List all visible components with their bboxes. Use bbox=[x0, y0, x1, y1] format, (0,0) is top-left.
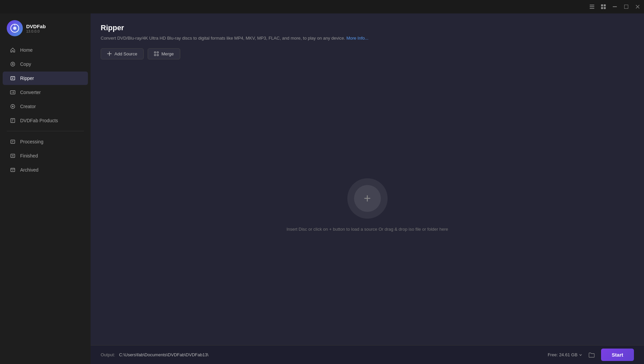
drop-zone[interactable]: + Insert Disc or click on + button to lo… bbox=[101, 65, 634, 346]
app-logo bbox=[7, 20, 23, 36]
description-text: Convert DVD/Blu-ray/4K Ultra HD Blu-ray … bbox=[101, 36, 345, 41]
logo-area: DVDFab 13.0.0.0 bbox=[0, 17, 91, 43]
close-button[interactable] bbox=[635, 4, 641, 10]
minimize-button[interactable] bbox=[612, 4, 618, 10]
dvdfab-icon bbox=[9, 117, 16, 124]
sidebar-label-archived: Archived bbox=[20, 167, 38, 173]
svg-rect-25 bbox=[157, 54, 158, 56]
toolbar: Add Source Merge bbox=[91, 48, 644, 65]
svg-rect-0 bbox=[590, 5, 594, 5]
processing-icon bbox=[9, 138, 16, 145]
grid-icon-btn[interactable] bbox=[600, 4, 606, 10]
app-version: 13.0.0.0 bbox=[26, 29, 46, 33]
more-info-link[interactable]: More Info... bbox=[346, 36, 368, 41]
svg-rect-23 bbox=[157, 52, 158, 53]
svg-rect-5 bbox=[601, 7, 603, 9]
page-title: Ripper bbox=[101, 24, 634, 32]
add-source-button[interactable]: Add Source bbox=[101, 48, 144, 59]
maximize-button[interactable] bbox=[623, 4, 629, 10]
svg-rect-8 bbox=[625, 5, 628, 9]
main-content: Ripper Convert DVD/Blu-ray/4K Ultra HD B… bbox=[91, 13, 644, 364]
sidebar-item-processing[interactable]: Processing bbox=[3, 135, 88, 148]
sidebar-item-creator[interactable]: Creator bbox=[3, 100, 88, 113]
output-path: C:\Users\fab\Documents\DVDFab\DVDFab13\ bbox=[119, 352, 544, 357]
footer-bar: Output: C:\Users\fab\Documents\DVDFab\DV… bbox=[91, 345, 644, 364]
app-body: DVDFab 13.0.0.0 Home Copy bbox=[0, 13, 644, 364]
sidebar-label-home: Home bbox=[20, 47, 33, 53]
copy-icon bbox=[9, 61, 16, 67]
sidebar-label-dvdfab: DVDFab Products bbox=[20, 118, 58, 123]
svg-rect-21 bbox=[11, 168, 15, 172]
sidebar-item-dvdfab-products[interactable]: DVDFab Products bbox=[3, 114, 88, 127]
folder-button[interactable] bbox=[586, 350, 597, 360]
archived-icon bbox=[9, 167, 16, 173]
svg-point-14 bbox=[12, 63, 13, 65]
start-button[interactable]: Start bbox=[601, 349, 634, 361]
svg-point-13 bbox=[11, 62, 15, 66]
svg-point-12 bbox=[13, 27, 16, 30]
ripper-icon bbox=[9, 75, 16, 82]
drop-hint: Insert Disc or click on + button to load… bbox=[287, 227, 448, 232]
svg-rect-24 bbox=[154, 54, 156, 56]
output-label: Output: bbox=[101, 352, 115, 357]
svg-rect-1 bbox=[590, 6, 594, 7]
add-circle-inner: + bbox=[354, 185, 381, 212]
svg-rect-22 bbox=[154, 52, 156, 53]
nav-divider bbox=[7, 131, 84, 131]
svg-rect-15 bbox=[11, 77, 15, 80]
sidebar-label-processing: Processing bbox=[20, 139, 43, 144]
svg-rect-7 bbox=[613, 6, 617, 7]
logo-text: DVDFab 13.0.0.0 bbox=[26, 24, 46, 33]
sidebar-item-converter[interactable]: Converter bbox=[3, 86, 88, 99]
app-name: DVDFab bbox=[26, 24, 46, 29]
svg-rect-6 bbox=[604, 7, 606, 9]
sidebar-item-archived[interactable]: Archived bbox=[3, 163, 88, 177]
sidebar: DVDFab 13.0.0.0 Home Copy bbox=[0, 13, 91, 364]
svg-rect-4 bbox=[604, 4, 606, 6]
finished-icon bbox=[9, 152, 16, 159]
add-source-label: Add Source bbox=[114, 51, 137, 56]
sidebar-label-finished: Finished bbox=[20, 153, 38, 158]
sidebar-label-copy: Copy bbox=[20, 61, 31, 67]
page-description: Convert DVD/Blu-ray/4K Ultra HD Blu-ray … bbox=[101, 35, 634, 42]
home-icon bbox=[9, 47, 16, 53]
titlebar bbox=[0, 0, 644, 13]
merge-button[interactable]: Merge bbox=[148, 48, 180, 59]
svg-rect-2 bbox=[590, 8, 594, 9]
free-space-text: Free: 24.61 GB bbox=[548, 352, 578, 357]
sidebar-label-converter: Converter bbox=[20, 90, 41, 95]
sidebar-item-home[interactable]: Home bbox=[3, 43, 88, 57]
content-header: Ripper Convert DVD/Blu-ray/4K Ultra HD B… bbox=[91, 13, 644, 48]
svg-rect-20 bbox=[11, 154, 15, 157]
free-space: Free: 24.61 GB bbox=[548, 352, 582, 357]
creator-icon bbox=[9, 103, 16, 110]
sidebar-label-ripper: Ripper bbox=[20, 76, 34, 81]
sidebar-item-copy[interactable]: Copy bbox=[3, 57, 88, 71]
converter-icon bbox=[9, 89, 16, 96]
plus-icon: + bbox=[364, 192, 371, 204]
svg-rect-19 bbox=[11, 140, 15, 143]
sidebar-item-finished[interactable]: Finished bbox=[3, 149, 88, 163]
add-circle-button[interactable]: + bbox=[347, 178, 388, 219]
settings-icon-btn[interactable] bbox=[589, 4, 595, 10]
svg-rect-3 bbox=[601, 4, 603, 6]
merge-label: Merge bbox=[161, 51, 174, 56]
sidebar-label-creator: Creator bbox=[20, 104, 36, 109]
sidebar-item-ripper[interactable]: Ripper bbox=[3, 72, 88, 85]
